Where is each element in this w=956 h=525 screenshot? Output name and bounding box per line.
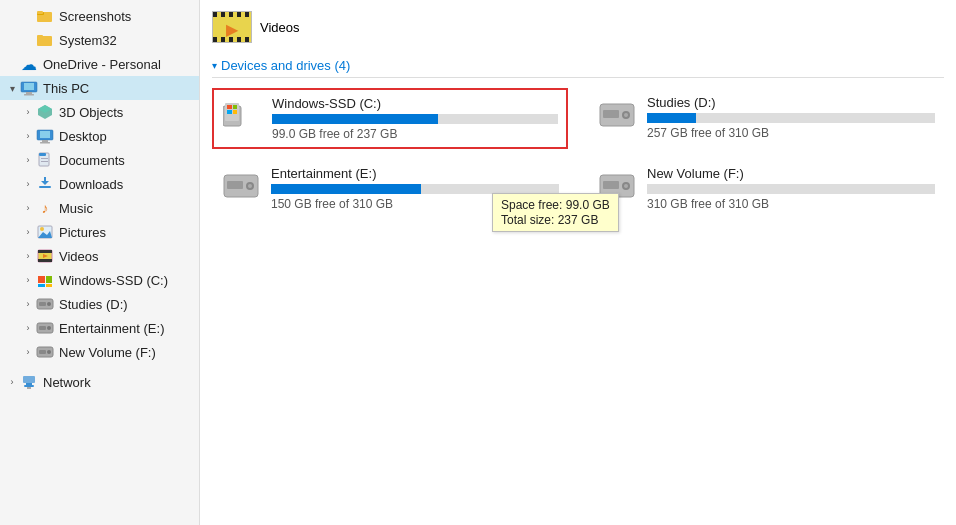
sidebar-label-thispc: This PC xyxy=(43,81,89,96)
drive-newvolume-f[interactable]: New Volume (F:) 310 GB free of 310 GB xyxy=(588,159,944,218)
svg-rect-54 xyxy=(603,110,619,118)
chevron-newvolume-f: › xyxy=(20,347,36,357)
sidebar-item-desktop[interactable]: › Desktop xyxy=(0,124,199,148)
svg-rect-4 xyxy=(37,35,43,38)
windows-ssd-bar xyxy=(272,114,558,124)
entertainment-e-space: 150 GB free of 310 GB xyxy=(271,197,559,211)
folder-icon xyxy=(36,7,54,25)
chevron-entertainment-e: › xyxy=(20,323,36,333)
chevron-thispc: ▾ xyxy=(4,83,20,94)
music-icon: ♪ xyxy=(36,199,54,217)
svg-rect-28 xyxy=(38,276,45,283)
svg-rect-7 xyxy=(26,92,32,94)
svg-rect-62 xyxy=(603,181,619,189)
svg-rect-30 xyxy=(38,284,45,287)
sidebar-item-3dobjects[interactable]: › 3D Objects xyxy=(0,100,199,124)
sidebar-label-newvolume-f: New Volume (F:) xyxy=(59,345,156,360)
sidebar-item-newvolume-f[interactable]: › New Volume (F:) xyxy=(0,340,199,364)
sidebar-item-system32[interactable]: System32 xyxy=(0,28,199,52)
studies-d-name: Studies (D:) xyxy=(647,95,935,110)
sidebar-label-downloads: Downloads xyxy=(59,177,123,192)
entertainment-e-drive-icon xyxy=(221,166,261,206)
sidebar-label-pictures: Pictures xyxy=(59,225,106,240)
entertainment-e-info: Entertainment (E:) 150 GB free of 310 GB xyxy=(271,166,559,211)
svg-rect-18 xyxy=(41,161,48,162)
videos-icon-sidebar xyxy=(36,247,54,265)
drives-grid: Windows-SSD (C:) 99.0 GB free of 237 GB … xyxy=(212,88,944,218)
sidebar-item-documents[interactable]: › Documents xyxy=(0,148,199,172)
main-content: ▶ Videos ▾ Devices and drives (4) xyxy=(200,0,956,525)
svg-rect-29 xyxy=(46,276,52,283)
drive-windows-ssd[interactable]: Windows-SSD (C:) 99.0 GB free of 237 GB xyxy=(212,88,568,149)
newvolume-f-space: 310 GB free of 310 GB xyxy=(647,197,935,211)
svg-rect-19 xyxy=(39,186,51,188)
sidebar-item-entertainment-e[interactable]: › Entertainment (E:) xyxy=(0,316,199,340)
sidebar-item-pictures[interactable]: › Pictures xyxy=(0,220,199,244)
sidebar: Screenshots System32 ☁ OneDrive - Person… xyxy=(0,0,200,525)
svg-rect-16 xyxy=(39,153,46,156)
sidebar-label-music: Music xyxy=(59,201,93,216)
folder-icon-system32 xyxy=(36,31,54,49)
chevron-desktop: › xyxy=(20,131,36,141)
svg-rect-26 xyxy=(38,259,52,262)
svg-point-33 xyxy=(47,302,51,306)
svg-rect-48 xyxy=(233,105,237,109)
section-chevron: ▾ xyxy=(212,60,217,71)
svg-rect-44 xyxy=(27,387,31,389)
svg-rect-13 xyxy=(42,140,48,142)
sidebar-item-music[interactable]: › ♪ Music xyxy=(0,196,199,220)
hdd-icon-studies xyxy=(36,295,54,313)
sidebar-item-downloads[interactable]: › Downloads xyxy=(0,172,199,196)
sidebar-item-thispc[interactable]: ▾ This PC xyxy=(0,76,199,100)
svg-point-57 xyxy=(248,184,252,188)
sidebar-item-windows-ssd[interactable]: › Windows-SSD (C:) xyxy=(0,268,199,292)
documents-icon xyxy=(36,151,54,169)
drive-entertainment-e[interactable]: Entertainment (E:) 150 GB free of 310 GB xyxy=(212,159,568,218)
sidebar-item-network[interactable]: › Network xyxy=(0,370,199,394)
sidebar-item-screenshots[interactable]: Screenshots xyxy=(0,4,199,28)
sidebar-label-studies-d: Studies (D:) xyxy=(59,297,128,312)
sidebar-label-system32: System32 xyxy=(59,33,117,48)
sidebar-label-documents: Documents xyxy=(59,153,125,168)
svg-rect-37 xyxy=(39,326,46,330)
entertainment-e-bar-fill xyxy=(271,184,421,194)
videos-label: Videos xyxy=(260,20,300,35)
svg-point-36 xyxy=(47,326,51,330)
svg-rect-25 xyxy=(38,250,52,253)
studies-d-info: Studies (D:) 257 GB free of 310 GB xyxy=(647,95,935,140)
sidebar-label-screenshots: Screenshots xyxy=(59,9,131,24)
svg-rect-2 xyxy=(37,11,43,14)
chevron-documents: › xyxy=(20,155,36,165)
svg-rect-8 xyxy=(24,94,34,96)
sidebar-item-videos[interactable]: › Videos xyxy=(0,244,199,268)
studies-d-bar-fill xyxy=(647,113,696,123)
chevron-3dobjects: › xyxy=(20,107,36,117)
pictures-icon xyxy=(36,223,54,241)
sidebar-label-onedrive: OneDrive - Personal xyxy=(43,57,161,72)
desktop-icon xyxy=(36,127,54,145)
downloads-icon xyxy=(36,175,54,193)
devices-section-header: ▾ Devices and drives (4) xyxy=(212,58,944,78)
svg-point-22 xyxy=(40,227,44,231)
chevron-windows-ssd: › xyxy=(20,275,36,285)
thispc-icon xyxy=(20,79,38,97)
svg-rect-14 xyxy=(40,142,50,144)
svg-rect-6 xyxy=(24,83,34,90)
studies-d-bar xyxy=(647,113,935,123)
drive-studies-d[interactable]: Studies (D:) 257 GB free of 310 GB xyxy=(588,88,944,149)
network-icon xyxy=(20,373,38,391)
newvolume-f-name: New Volume (F:) xyxy=(647,166,935,181)
svg-rect-58 xyxy=(227,181,243,189)
windows-ssd-drive-icon xyxy=(222,96,262,136)
sidebar-item-onedrive[interactable]: ☁ OneDrive - Personal xyxy=(0,52,199,76)
windows-ssd-name: Windows-SSD (C:) xyxy=(272,96,558,111)
svg-rect-43 xyxy=(24,385,34,387)
windows-drive-icon xyxy=(36,271,54,289)
svg-point-61 xyxy=(624,184,628,188)
sidebar-item-studies-d[interactable]: › Studies (D:) xyxy=(0,292,199,316)
svg-rect-31 xyxy=(46,284,52,287)
videos-folder-item[interactable]: ▶ Videos xyxy=(212,8,944,46)
svg-rect-47 xyxy=(227,105,232,109)
onedrive-icon: ☁ xyxy=(20,55,38,73)
studies-d-drive-icon xyxy=(597,95,637,135)
